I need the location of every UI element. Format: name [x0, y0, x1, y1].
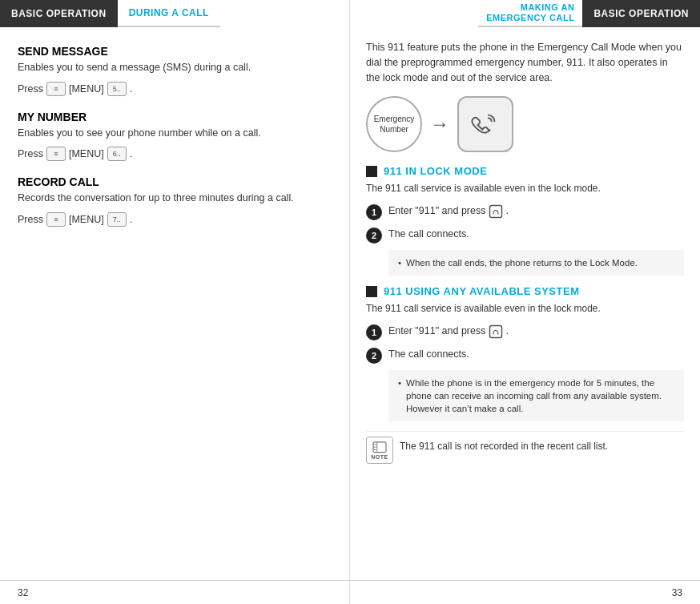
send-message-desc: Enables you to send a message (SMS) duri… [18, 61, 332, 75]
record-menu-icon: ≡ [46, 212, 66, 227]
left-page: BASIC OPERATION DURING A CALL SEND MESSA… [0, 0, 350, 580]
lock-step-2: 2 The call connects. [366, 227, 684, 244]
phone-press-icon-2 [489, 324, 503, 339]
send-message-press: Press ≡ [MENU] 5.. . [18, 82, 332, 96]
page-footer: 32 33 [0, 580, 700, 604]
any-system-square [366, 286, 377, 297]
lock-step-2-circle: 2 [366, 228, 382, 244]
lock-step-2-text: The call connects. [388, 227, 469, 242]
any-system-desc: The 911 call service is available even i… [366, 302, 684, 316]
send-menu-icon: ≡ [46, 82, 66, 96]
any-step-2-text: The call connects. [388, 347, 469, 362]
svg-rect-1 [489, 325, 501, 337]
lock-mode-desc: The 911 call service is available even i… [366, 182, 684, 195]
right-header: MAKING ANEMERGENCY CALL BASIC OPERATION [350, 0, 700, 27]
footer-note-row: NOTE The 911 call is not recorded in the… [366, 431, 684, 469]
any-system-heading-text: 911 USING ANY AVAILABLE SYSTEM [384, 285, 579, 297]
page-number-right: 33 [350, 581, 700, 604]
lock-mode-heading: 911 IN LOCK MODE [366, 165, 684, 177]
any-step-2-circle: 2 [366, 348, 382, 364]
phone-icon-box [457, 96, 513, 152]
right-page: MAKING ANEMERGENCY CALL BASIC OPERATION … [350, 0, 700, 580]
record-call-press: Press ≡ [MENU] 7.. . [18, 212, 332, 227]
lock-step-1-text: Enter "911" and press . [388, 203, 509, 219]
tab-basic-operation-left[interactable]: BASIC OPERATION [0, 0, 118, 27]
page-number-left: 32 [0, 581, 350, 604]
right-content: This 911 feature puts the phone in the E… [350, 27, 700, 580]
phone-press-icon-1 [489, 204, 503, 219]
left-content: SEND MESSAGE Enables you to send a messa… [0, 27, 349, 580]
arrow-icon: → [430, 113, 449, 135]
send-message-title: SEND MESSAGE [18, 45, 332, 58]
lock-step-1-circle: 1 [366, 204, 382, 220]
any-step-1: 1 Enter "911" and press . [366, 324, 684, 340]
lock-step-1: 1 Enter "911" and press . [366, 203, 684, 220]
lock-mode-square [366, 166, 377, 177]
any-step-1-circle: 1 [366, 324, 382, 340]
lock-mode-note: • When the call ends, the phone returns … [388, 250, 684, 276]
record-call-title: RECORD CALL [18, 175, 332, 188]
my-number-desc: Enables you to see your phone number whi… [18, 127, 332, 141]
tab-basic-operation-right[interactable]: BASIC OPERATION [582, 0, 700, 27]
note-label: NOTE [371, 454, 388, 460]
tab-during-call[interactable]: DURING A CALL [118, 0, 220, 27]
record-icon: 7.. [107, 212, 127, 227]
any-step-2: 2 The call connects. [366, 347, 684, 364]
my-number-title: MY NUMBER [18, 111, 332, 123]
any-system-note: • While the phone is in the emergency mo… [388, 370, 684, 421]
note-icon-box: NOTE [366, 437, 393, 464]
footer-note-text: The 911 call is not recorded in the rece… [400, 437, 608, 453]
my-num-icon: 6.. [107, 147, 127, 161]
phone-icon [470, 109, 501, 139]
any-system-heading: 911 USING ANY AVAILABLE SYSTEM [366, 285, 684, 297]
lock-mode-heading-text: 911 IN LOCK MODE [384, 165, 487, 177]
left-header: BASIC OPERATION DURING A CALL [0, 0, 349, 27]
record-call-desc: Records the conversation for up to three… [18, 191, 332, 206]
intro-text: This 911 feature puts the phone in the E… [366, 40, 684, 85]
send-sms-icon: 5.. [107, 82, 127, 96]
emergency-number-circle: Emergency Number [366, 96, 422, 152]
tab-making-emergency[interactable]: MAKING ANEMERGENCY CALL [478, 0, 582, 27]
svg-rect-0 [489, 205, 501, 217]
emergency-diagram: Emergency Number → [366, 96, 684, 152]
my-number-press: Press ≡ [MENU] 6.. . [18, 147, 332, 161]
any-step-1-text: Enter "911" and press . [388, 324, 509, 339]
note-book-icon [372, 441, 388, 454]
my-num-menu-icon: ≡ [46, 147, 66, 161]
